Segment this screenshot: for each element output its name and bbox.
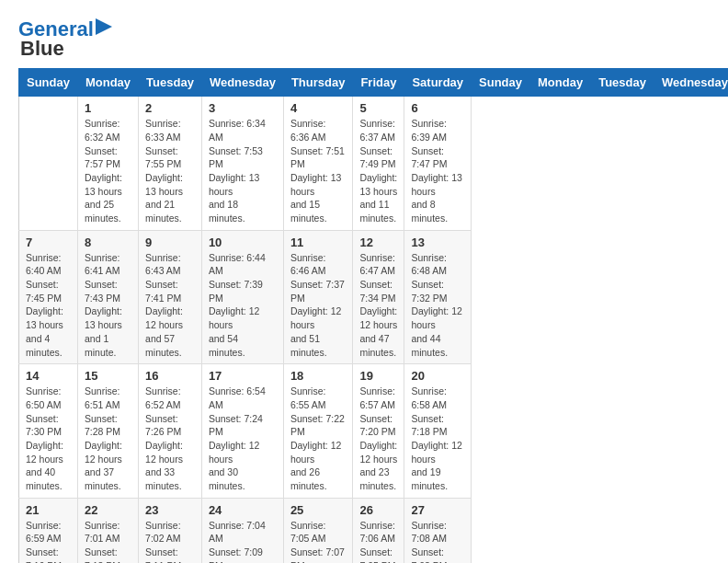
day-cell: 11Sunrise: 6:46 AM Sunset: 7:37 PM Dayli… [283, 230, 353, 364]
day-info: Sunrise: 6:51 AM Sunset: 7:28 PM Dayligh… [85, 385, 131, 493]
day-info: Sunrise: 6:41 AM Sunset: 7:43 PM Dayligh… [85, 251, 131, 360]
day-info: Sunrise: 6:37 AM Sunset: 7:49 PM Dayligh… [359, 117, 397, 225]
day-number: 2 [145, 101, 195, 115]
day-number: 27 [411, 503, 464, 517]
day-number: 12 [359, 236, 397, 249]
day-cell: 5Sunrise: 6:37 AM Sunset: 7:49 PM Daylig… [353, 97, 404, 231]
logo: General Blue [18, 18, 112, 61]
day-cell: 17Sunrise: 6:54 AM Sunset: 7:24 PM Dayli… [201, 364, 283, 499]
day-number: 15 [85, 369, 131, 383]
col-header-tuesday: Tuesday [591, 69, 654, 97]
day-info: Sunrise: 7:01 AM Sunset: 7:13 PM Dayligh… [85, 519, 131, 563]
day-info: Sunrise: 6:52 AM Sunset: 7:26 PM Dayligh… [145, 385, 195, 493]
day-number: 1 [85, 101, 131, 115]
day-number: 16 [145, 369, 195, 383]
day-cell: 7Sunrise: 6:40 AM Sunset: 7:45 PM Daylig… [19, 230, 78, 364]
header-row: SundayMondayTuesdayWednesdayThursdayFrid… [19, 69, 729, 97]
col-header-sunday: Sunday [472, 69, 530, 97]
col-header-monday: Monday [530, 69, 591, 97]
day-cell: 26Sunrise: 7:06 AM Sunset: 7:05 PM Dayli… [353, 498, 404, 563]
col-header-saturday: Saturday [404, 69, 472, 97]
day-cell: 16Sunrise: 6:52 AM Sunset: 7:26 PM Dayli… [139, 364, 202, 499]
day-info: Sunrise: 6:47 AM Sunset: 7:34 PM Dayligh… [359, 251, 397, 360]
day-number: 3 [209, 101, 277, 115]
day-cell: 15Sunrise: 6:51 AM Sunset: 7:28 PM Dayli… [77, 364, 138, 499]
day-info: Sunrise: 6:40 AM Sunset: 7:45 PM Dayligh… [26, 251, 71, 360]
col-header-wednesday: Wednesday [654, 69, 728, 97]
day-number: 11 [290, 236, 347, 249]
week-row-3: 14Sunrise: 6:50 AM Sunset: 7:30 PM Dayli… [19, 364, 729, 499]
day-number: 7 [26, 236, 71, 249]
day-number: 17 [209, 369, 277, 383]
day-info: Sunrise: 6:54 AM Sunset: 7:24 PM Dayligh… [209, 385, 277, 493]
day-info: Sunrise: 6:50 AM Sunset: 7:30 PM Dayligh… [26, 385, 71, 493]
calendar-table: SundayMondayTuesdayWednesdayThursdayFrid… [18, 68, 728, 563]
day-number: 26 [359, 503, 397, 517]
day-cell: 2Sunrise: 6:33 AM Sunset: 7:55 PM Daylig… [139, 97, 202, 231]
day-info: Sunrise: 6:46 AM Sunset: 7:37 PM Dayligh… [290, 251, 347, 360]
day-number: 24 [209, 503, 277, 517]
col-header-sunday: Sunday [19, 69, 78, 97]
col-header-monday: Monday [77, 69, 138, 97]
day-cell: 21Sunrise: 6:59 AM Sunset: 7:16 PM Dayli… [19, 498, 78, 563]
col-header-thursday: Thursday [283, 69, 353, 97]
day-number: 23 [145, 503, 195, 517]
svg-marker-0 [96, 18, 112, 35]
col-header-tuesday: Tuesday [139, 69, 202, 97]
week-row-4: 21Sunrise: 6:59 AM Sunset: 7:16 PM Dayli… [19, 498, 729, 563]
week-row-2: 7Sunrise: 6:40 AM Sunset: 7:45 PM Daylig… [19, 230, 729, 364]
logo-icon [96, 18, 112, 35]
day-info: Sunrise: 7:04 AM Sunset: 7:09 PM Dayligh… [209, 519, 277, 563]
day-cell: 12Sunrise: 6:47 AM Sunset: 7:34 PM Dayli… [353, 230, 404, 364]
day-number: 21 [26, 503, 71, 517]
day-cell: 23Sunrise: 7:02 AM Sunset: 7:11 PM Dayli… [139, 498, 202, 563]
day-info: Sunrise: 6:33 AM Sunset: 7:55 PM Dayligh… [145, 117, 195, 225]
day-info: Sunrise: 6:36 AM Sunset: 7:51 PM Dayligh… [290, 117, 347, 225]
day-cell: 20Sunrise: 6:58 AM Sunset: 7:18 PM Dayli… [404, 364, 472, 499]
day-number: 14 [26, 369, 71, 383]
day-info: Sunrise: 7:08 AM Sunset: 7:03 PM Dayligh… [411, 519, 464, 563]
day-number: 18 [290, 369, 347, 383]
day-info: Sunrise: 6:58 AM Sunset: 7:18 PM Dayligh… [411, 385, 464, 493]
day-cell: 8Sunrise: 6:41 AM Sunset: 7:43 PM Daylig… [77, 230, 138, 364]
day-number: 8 [85, 236, 131, 249]
day-number: 20 [411, 369, 464, 383]
day-cell: 10Sunrise: 6:44 AM Sunset: 7:39 PM Dayli… [201, 230, 283, 364]
day-cell: 24Sunrise: 7:04 AM Sunset: 7:09 PM Dayli… [201, 498, 283, 563]
day-number: 10 [209, 236, 277, 249]
day-info: Sunrise: 6:48 AM Sunset: 7:32 PM Dayligh… [411, 251, 464, 360]
day-info: Sunrise: 6:44 AM Sunset: 7:39 PM Dayligh… [209, 251, 277, 360]
day-info: Sunrise: 7:02 AM Sunset: 7:11 PM Dayligh… [145, 519, 195, 563]
day-cell: 1Sunrise: 6:32 AM Sunset: 7:57 PM Daylig… [77, 97, 138, 231]
day-cell: 19Sunrise: 6:57 AM Sunset: 7:20 PM Dayli… [353, 364, 404, 499]
day-number: 6 [411, 101, 464, 115]
day-cell: 22Sunrise: 7:01 AM Sunset: 7:13 PM Dayli… [77, 498, 138, 563]
day-cell: 3Sunrise: 6:34 AM Sunset: 7:53 PM Daylig… [201, 97, 283, 231]
day-info: Sunrise: 6:43 AM Sunset: 7:41 PM Dayligh… [145, 251, 195, 360]
day-info: Sunrise: 7:05 AM Sunset: 7:07 PM Dayligh… [290, 519, 347, 563]
day-number: 4 [290, 101, 347, 115]
day-cell: 25Sunrise: 7:05 AM Sunset: 7:07 PM Dayli… [283, 498, 353, 563]
day-number: 9 [145, 236, 195, 249]
day-cell: 18Sunrise: 6:55 AM Sunset: 7:22 PM Dayli… [283, 364, 353, 499]
day-info: Sunrise: 6:32 AM Sunset: 7:57 PM Dayligh… [85, 117, 131, 225]
day-cell: 14Sunrise: 6:50 AM Sunset: 7:30 PM Dayli… [19, 364, 78, 499]
day-number: 5 [359, 101, 397, 115]
week-row-1: 1Sunrise: 6:32 AM Sunset: 7:57 PM Daylig… [19, 97, 729, 231]
day-info: Sunrise: 6:34 AM Sunset: 7:53 PM Dayligh… [209, 117, 277, 225]
day-cell: 27Sunrise: 7:08 AM Sunset: 7:03 PM Dayli… [404, 498, 472, 563]
col-header-friday: Friday [353, 69, 404, 97]
logo-blue-text: Blue [20, 37, 64, 61]
day-info: Sunrise: 7:06 AM Sunset: 7:05 PM Dayligh… [359, 519, 397, 563]
day-info: Sunrise: 6:55 AM Sunset: 7:22 PM Dayligh… [290, 385, 347, 493]
day-cell: 13Sunrise: 6:48 AM Sunset: 7:32 PM Dayli… [404, 230, 472, 364]
day-cell: 6Sunrise: 6:39 AM Sunset: 7:47 PM Daylig… [404, 97, 472, 231]
day-number: 13 [411, 236, 464, 249]
day-cell: 4Sunrise: 6:36 AM Sunset: 7:51 PM Daylig… [283, 97, 353, 231]
day-cell [19, 97, 78, 231]
col-header-wednesday: Wednesday [201, 69, 283, 97]
day-info: Sunrise: 6:59 AM Sunset: 7:16 PM Dayligh… [26, 519, 71, 563]
day-number: 22 [85, 503, 131, 517]
day-info: Sunrise: 6:39 AM Sunset: 7:47 PM Dayligh… [411, 117, 464, 225]
day-info: Sunrise: 6:57 AM Sunset: 7:20 PM Dayligh… [359, 385, 397, 493]
